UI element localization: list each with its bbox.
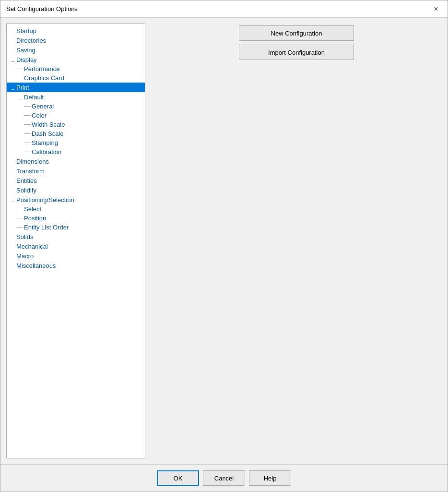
tree-item-startup[interactable]: Startup	[7, 26, 145, 36]
tree-item-label: Entities	[16, 177, 37, 184]
tree-item-label: Solidify	[16, 187, 36, 194]
tree-item-positioning[interactable]: ⎯ Positioning/Selection	[7, 195, 145, 204]
close-button[interactable]: ×	[430, 3, 442, 15]
tree-item-saving[interactable]: Saving	[7, 45, 145, 55]
collapse-icon: ⎯	[9, 84, 16, 91]
spacer-icon	[9, 177, 16, 184]
tree-item-width-scale[interactable]: Width Scale	[7, 120, 145, 129]
right-panel: New Configuration Import Configuration	[151, 24, 442, 458]
tree-item-position[interactable]: Position	[7, 214, 145, 223]
help-button[interactable]: Help	[249, 470, 291, 486]
tree-item-label: Saving	[16, 47, 35, 54]
tree-item-label: Transform	[16, 168, 45, 175]
connector-icon	[16, 69, 23, 69]
collapse-icon: ⎯	[9, 56, 16, 63]
tree-item-performance[interactable]: Performance	[7, 64, 145, 73]
tree-item-label: Miscellaneous	[16, 262, 56, 269]
spacer-icon	[9, 27, 16, 35]
connector-icon	[16, 218, 23, 218]
tree-item-label: Color	[32, 112, 47, 119]
tree-item-entities[interactable]: Entities	[7, 176, 145, 185]
tree-item-display[interactable]: ⎯ Display	[7, 55, 145, 64]
tree-item-color[interactable]: Color	[7, 111, 145, 120]
spacer-icon	[9, 36, 16, 44]
tree-item-transform[interactable]: Transform	[7, 166, 145, 176]
tree-item-select[interactable]: Select	[7, 204, 145, 214]
tree-item-label: Performance	[24, 65, 59, 72]
connector-icon	[24, 115, 31, 116]
tree-item-dash-scale[interactable]: Dash Scale	[7, 129, 145, 138]
title-bar: Set Configuration Options ×	[0, 0, 448, 18]
spacer-icon	[9, 262, 16, 269]
tree-item-macro[interactable]: Macro	[7, 251, 145, 261]
connector-icon	[24, 152, 31, 152]
connector-icon	[24, 124, 31, 125]
connector-icon	[24, 106, 31, 107]
tree-item-label: Directories	[16, 37, 46, 44]
collapse-icon: ⎯	[9, 196, 16, 204]
tree-item-label: Default	[24, 94, 44, 101]
tree-item-label: Display	[16, 56, 37, 63]
connector-icon	[16, 209, 23, 209]
tree-item-label: Width Scale	[32, 121, 65, 128]
tree-item-calibration[interactable]: Calibration	[7, 147, 145, 156]
dialog-title: Set Configuration Options	[6, 5, 78, 12]
tree-item-label: Print	[16, 84, 29, 91]
connector-icon	[24, 143, 31, 143]
spacer-icon	[9, 46, 16, 54]
spacer-icon	[9, 233, 16, 240]
tree-item-label: Dimensions	[16, 158, 49, 165]
tree-item-mechanical[interactable]: Mechanical	[7, 241, 145, 251]
spacer-icon	[9, 157, 16, 165]
spacer-icon	[9, 252, 16, 260]
tree-item-print[interactable]: ⎯ Print	[7, 83, 145, 92]
tree-panel: Startup Directories Saving ⎯ Display Per…	[6, 24, 145, 458]
tree-item-directories[interactable]: Directories	[7, 36, 145, 45]
spacer-icon	[9, 186, 16, 194]
spacer-icon	[9, 242, 16, 250]
tree-item-label: Startup	[16, 27, 36, 35]
tree-item-dimensions[interactable]: Dimensions	[7, 156, 145, 166]
tree-item-label: General	[32, 103, 54, 110]
ok-button[interactable]: OK	[157, 470, 199, 486]
tree-item-graphics-card[interactable]: Graphics Card	[7, 73, 145, 83]
connector-icon	[16, 78, 23, 78]
cancel-button[interactable]: Cancel	[203, 470, 245, 486]
tree-item-label: Position	[24, 215, 46, 222]
connector-icon	[16, 227, 23, 228]
tree-item-label: Stamping	[32, 139, 58, 146]
tree-item-label: Graphics Card	[24, 74, 64, 82]
tree-item-label: Calibration	[32, 148, 61, 156]
import-configuration-button[interactable]: Import Configuration	[239, 45, 354, 60]
spacer-icon	[9, 167, 16, 175]
connector-icon	[24, 133, 31, 134]
tree-item-label: Entity List Order	[24, 224, 69, 231]
tree-item-solids[interactable]: Solids	[7, 232, 145, 241]
tree-item-label: Select	[24, 205, 41, 213]
tree-item-solidify[interactable]: Solidify	[7, 185, 145, 195]
tree-item-stamping[interactable]: Stamping	[7, 138, 145, 147]
configuration-dialog: Set Configuration Options × Startup Dire…	[0, 0, 448, 492]
tree-item-label: Dash Scale	[32, 130, 63, 137]
bottom-bar: OK Cancel Help	[0, 464, 448, 492]
tree-item-default[interactable]: ⎯ Default	[7, 92, 145, 102]
collapse-icon: ⎯	[16, 93, 24, 101]
tree-item-label: Macro	[16, 252, 34, 260]
tree-item-label: Positioning/Selection	[16, 196, 74, 204]
tree-item-label: Mechanical	[16, 243, 48, 250]
tree-item-entity-list-order[interactable]: Entity List Order	[7, 223, 145, 232]
new-configuration-button[interactable]: New Configuration	[239, 25, 354, 41]
tree-item-label: Solids	[16, 233, 33, 240]
tree-item-miscellaneous[interactable]: Miscellaneous	[7, 261, 145, 270]
tree-item-general[interactable]: General	[7, 102, 145, 111]
dialog-body: Startup Directories Saving ⎯ Display Per…	[0, 18, 448, 464]
